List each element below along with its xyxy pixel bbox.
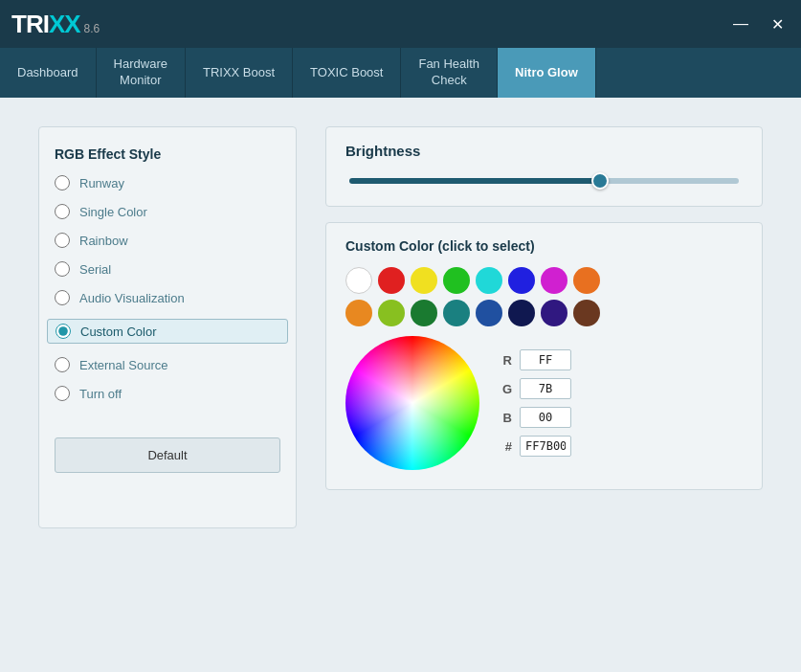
option-custom-color[interactable]: Custom Color bbox=[47, 319, 288, 344]
swatch-dark-purple[interactable] bbox=[541, 300, 567, 326]
hex-label: # bbox=[499, 439, 512, 454]
swatch-brown[interactable] bbox=[573, 300, 600, 326]
radio-rainbow[interactable] bbox=[55, 233, 70, 248]
tab-nitro-glow[interactable]: Nitro Glow bbox=[498, 48, 596, 98]
radio-custom-color[interactable] bbox=[56, 324, 71, 339]
label-rainbow: Rainbow bbox=[79, 234, 128, 248]
option-single-color[interactable]: Single Color bbox=[55, 204, 280, 219]
main-content: RGB Effect Style Runway Single Color Rai… bbox=[0, 98, 801, 557]
r-row: R bbox=[499, 349, 571, 370]
brightness-slider-container bbox=[345, 172, 743, 187]
swatch-white[interactable] bbox=[345, 267, 372, 294]
logo-text: TRIXX bbox=[11, 10, 80, 39]
label-serial: Serial bbox=[79, 262, 111, 277]
color-wheel[interactable] bbox=[345, 336, 479, 470]
g-input[interactable] bbox=[520, 378, 571, 399]
swatch-yellow[interactable] bbox=[411, 267, 437, 294]
r-input[interactable] bbox=[520, 349, 571, 370]
radio-audio-visualization[interactable] bbox=[55, 290, 70, 305]
radio-external-source[interactable] bbox=[55, 357, 70, 372]
swatch-orange[interactable] bbox=[573, 267, 600, 294]
r-label: R bbox=[499, 353, 512, 368]
minimize-button[interactable]: — bbox=[727, 13, 754, 35]
radio-single-color[interactable] bbox=[55, 204, 70, 219]
hex-row: # bbox=[499, 436, 571, 457]
tab-dashboard[interactable]: Dashboard bbox=[0, 48, 97, 98]
label-audio-visualization: Audio Visualization bbox=[79, 291, 185, 305]
right-panel: Brightness Custom Color (click to select… bbox=[325, 126, 763, 528]
swatch-teal[interactable] bbox=[443, 300, 470, 326]
tab-toxic-boost[interactable]: TOXIC Boost bbox=[293, 48, 401, 98]
label-runway: Runway bbox=[79, 176, 124, 190]
tab-fan-health-check[interactable]: Fan HealthCheck bbox=[401, 48, 498, 98]
close-button[interactable]: ✕ bbox=[766, 13, 790, 35]
swatch-row-1 bbox=[345, 267, 743, 294]
swatch-blue[interactable] bbox=[508, 267, 535, 294]
color-card: Custom Color (click to select) bbox=[325, 222, 763, 490]
rgb-inputs: R G B # bbox=[499, 349, 571, 457]
swatch-green[interactable] bbox=[443, 267, 470, 294]
logo-version: 8.6 bbox=[84, 22, 100, 35]
label-turn-off: Turn off bbox=[79, 387, 122, 401]
title-bar: TRIXX 8.6 — ✕ bbox=[0, 0, 801, 48]
swatch-row-2 bbox=[345, 300, 743, 326]
option-runway[interactable]: Runway bbox=[55, 175, 280, 190]
swatch-navy[interactable] bbox=[508, 300, 535, 326]
b-input[interactable] bbox=[520, 407, 571, 428]
tab-hardware-monitor[interactable]: HardwareMonitor bbox=[97, 48, 186, 98]
swatch-red[interactable] bbox=[378, 267, 405, 294]
swatch-magenta[interactable] bbox=[541, 267, 567, 294]
swatch-yellow-green[interactable] bbox=[378, 300, 405, 326]
swatch-amber[interactable] bbox=[345, 300, 372, 326]
radio-serial[interactable] bbox=[55, 261, 70, 277]
app-logo: TRIXX 8.6 bbox=[11, 10, 100, 39]
color-bottom: R G B # bbox=[345, 336, 743, 470]
color-card-title: Custom Color (click to select) bbox=[345, 238, 743, 254]
option-turn-off[interactable]: Turn off bbox=[55, 386, 280, 401]
color-wheel-container bbox=[345, 336, 479, 470]
label-custom-color: Custom Color bbox=[80, 325, 156, 339]
brightness-title: Brightness bbox=[345, 143, 743, 159]
option-audio-visualization[interactable]: Audio Visualization bbox=[55, 290, 280, 305]
tab-bar: Dashboard HardwareMonitor TRIXX Boost TO… bbox=[0, 48, 801, 98]
default-button[interactable]: Default bbox=[55, 437, 280, 473]
swatch-dark-blue[interactable] bbox=[476, 300, 502, 326]
brightness-slider[interactable] bbox=[349, 178, 739, 184]
b-row: B bbox=[499, 407, 571, 428]
hex-input[interactable] bbox=[520, 436, 571, 457]
effect-style-title: RGB Effect Style bbox=[55, 146, 280, 162]
b-label: B bbox=[499, 411, 512, 425]
option-rainbow[interactable]: Rainbow bbox=[55, 233, 280, 248]
option-serial[interactable]: Serial bbox=[55, 261, 280, 277]
option-external-source[interactable]: External Source bbox=[55, 357, 280, 372]
label-external-source: External Source bbox=[79, 358, 168, 372]
radio-runway[interactable] bbox=[55, 175, 70, 190]
window-controls: — ✕ bbox=[727, 13, 790, 35]
g-label: G bbox=[499, 382, 512, 396]
left-panel: RGB Effect Style Runway Single Color Rai… bbox=[38, 126, 297, 528]
brightness-card: Brightness bbox=[325, 126, 763, 207]
radio-turn-off[interactable] bbox=[55, 386, 70, 401]
g-row: G bbox=[499, 378, 571, 399]
swatch-dark-green[interactable] bbox=[411, 300, 437, 326]
label-single-color: Single Color bbox=[79, 205, 147, 219]
swatch-cyan[interactable] bbox=[476, 267, 502, 294]
tab-trixx-boost[interactable]: TRIXX Boost bbox=[186, 48, 293, 98]
